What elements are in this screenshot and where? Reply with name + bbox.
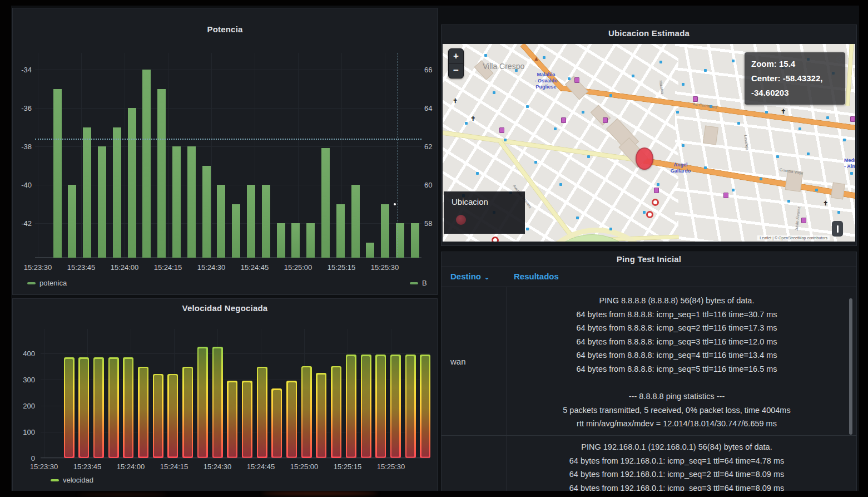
column-header-label: Destino bbox=[450, 272, 481, 281]
column-header-destino[interactable]: Destino⌄ bbox=[450, 272, 489, 281]
transit-stop-dot bbox=[682, 83, 685, 86]
shop-icon bbox=[850, 116, 855, 122]
table-row[interactable]: wanPING 8.8.8.8 (8.8.8.8) 56(84) bytes o… bbox=[442, 287, 856, 436]
bar-potencia bbox=[157, 89, 166, 258]
bar-potencia bbox=[232, 204, 240, 258]
zoom-out-button[interactable]: − bbox=[449, 64, 463, 78]
legend-item-potenica[interactable]: potenica bbox=[27, 279, 67, 287]
transit-stop-dot bbox=[682, 144, 685, 147]
potencia-chart[interactable] bbox=[35, 53, 421, 258]
transit-stop-dot bbox=[476, 172, 479, 175]
map-building bbox=[703, 125, 718, 145]
info-icon[interactable] bbox=[832, 221, 843, 237]
transit-stop-dot bbox=[787, 200, 790, 203]
map-zoom-controls: + − bbox=[448, 48, 464, 78]
gridline bbox=[35, 146, 421, 147]
transit-stop-dot bbox=[657, 183, 659, 186]
shop-icon bbox=[603, 117, 608, 123]
column-header-resultados[interactable]: Resultados bbox=[514, 272, 559, 281]
map-label-line: Malabia bbox=[530, 72, 562, 78]
ping-output-line: 64 bytes from 8.8.8.8: icmp_seq=5 ttl=11… bbox=[507, 362, 847, 376]
ping-output-line: 64 bytes from 8.8.8.8: icmp_seq=2 ttl=11… bbox=[507, 321, 847, 335]
church-icon: ✝ bbox=[823, 200, 828, 207]
legend-item-velocidad[interactable]: velocidad bbox=[51, 476, 93, 484]
gridline bbox=[35, 185, 421, 185]
transit-stop-dot bbox=[760, 178, 762, 180]
bar-velocidad bbox=[242, 381, 252, 458]
x-tick-label: 15:23:30 bbox=[30, 462, 58, 471]
page-title: Potencia bbox=[13, 24, 437, 34]
map-label-line: Medrano bbox=[844, 158, 855, 164]
bar-velocidad bbox=[420, 355, 430, 458]
transit-stop-dot bbox=[843, 139, 846, 141]
gridline bbox=[211, 53, 212, 258]
y-tick-label: 64 bbox=[424, 104, 432, 112]
ping-output-line: --- 8.8.8.8 ping statistics --- bbox=[507, 390, 847, 403]
transit-stop-dot bbox=[776, 155, 779, 158]
bar-potencia bbox=[411, 223, 419, 258]
column-header-label: Resultados bbox=[514, 272, 559, 281]
gridline bbox=[35, 108, 421, 109]
destino-cell: wan bbox=[442, 287, 507, 435]
bar-potencia bbox=[351, 185, 360, 258]
transit-stop-dot bbox=[543, 56, 545, 59]
x-tick-label: 15:23:45 bbox=[67, 263, 96, 272]
x-tick-label: 15:24:15 bbox=[154, 263, 182, 272]
map-poi-icon bbox=[492, 237, 499, 242]
transit-stop-dot bbox=[484, 54, 487, 57]
transit-stop-dot bbox=[659, 61, 662, 63]
resultados-cell: PING 8.8.8.8 (8.8.8.8) 56(84) bytes of d… bbox=[507, 294, 847, 431]
gridline bbox=[168, 53, 168, 258]
zoom-in-button[interactable]: + bbox=[449, 49, 463, 64]
table-row[interactable]: PING 192.168.0.1 (192.168.0.1) 56(84) by… bbox=[442, 436, 856, 491]
scrollbar-thumb[interactable] bbox=[849, 298, 852, 435]
x-tick-label: 15:24:45 bbox=[241, 263, 269, 272]
bar-velocidad bbox=[375, 355, 386, 458]
map-label-line: - Almagro bbox=[844, 164, 855, 170]
ping-output-line: 5 packets transmitted, 5 received, 0% pa… bbox=[507, 403, 847, 417]
map-canvas[interactable]: ✝✝✝✝▲ Villa Crespo Malabia- OsvaldoPugli… bbox=[443, 44, 855, 242]
legend-item-b[interactable]: B bbox=[410, 279, 427, 287]
ping-output-line: 64 bytes from 8.8.8.8: icmp_seq=4 ttl=11… bbox=[507, 348, 847, 362]
bar-velocidad bbox=[212, 347, 223, 458]
transit-stop-dot bbox=[465, 122, 468, 125]
y-tick-label: 60 bbox=[424, 181, 432, 189]
bar-velocidad bbox=[93, 357, 104, 458]
gear-icon[interactable]: ⚙ bbox=[835, 54, 844, 66]
transit-stop-dot bbox=[807, 152, 810, 155]
shop-icon bbox=[693, 96, 698, 102]
table-body: wanPING 8.8.8.8 (8.8.8.8) 56(84) bytes o… bbox=[442, 287, 856, 491]
legend-swatch bbox=[27, 282, 36, 284]
y-tick-label: -36 bbox=[13, 104, 32, 112]
bar-velocidad bbox=[257, 367, 267, 459]
bar-potencia bbox=[217, 185, 225, 258]
x-tick-label: 15:24:30 bbox=[197, 263, 226, 272]
bar-velocidad bbox=[301, 366, 312, 458]
map-poi-icon bbox=[652, 199, 659, 206]
location-marker[interactable] bbox=[636, 147, 653, 170]
x-tick-label: 15:24:00 bbox=[117, 462, 145, 471]
gridline bbox=[35, 70, 421, 70]
transit-stop-dot bbox=[676, 111, 679, 114]
bar-velocidad bbox=[78, 357, 89, 458]
shop-icon bbox=[654, 188, 659, 193]
map-label-line: Pugliese bbox=[530, 84, 562, 90]
gridline bbox=[44, 329, 44, 458]
transit-stop-dot bbox=[815, 189, 818, 191]
bar-potencia bbox=[187, 146, 196, 258]
map-label-malabia-station: Malabia- OsvaldoPugliese bbox=[530, 72, 562, 90]
transit-stop-dot bbox=[732, 60, 735, 62]
velocidad-chart[interactable] bbox=[41, 329, 430, 458]
bar-velocidad bbox=[316, 373, 326, 458]
x-tick-label: 15:25:15 bbox=[334, 462, 362, 471]
transit-stop-dot bbox=[609, 228, 612, 230]
transit-stop-dot bbox=[526, 228, 529, 230]
x-axis-line bbox=[35, 257, 421, 258]
bar-potencia bbox=[247, 185, 255, 258]
series-b-dotted-line bbox=[35, 139, 421, 140]
map-zoom-readout: Zoom: 15.4 bbox=[751, 57, 839, 71]
legend-label: potenica bbox=[39, 279, 67, 287]
map-status-overlay: Zoom: 15.4 Center: -58.43322, -34.60203 bbox=[745, 52, 845, 105]
bar-potencia bbox=[68, 185, 76, 258]
map-legend-box: Ubicacion bbox=[444, 191, 525, 234]
